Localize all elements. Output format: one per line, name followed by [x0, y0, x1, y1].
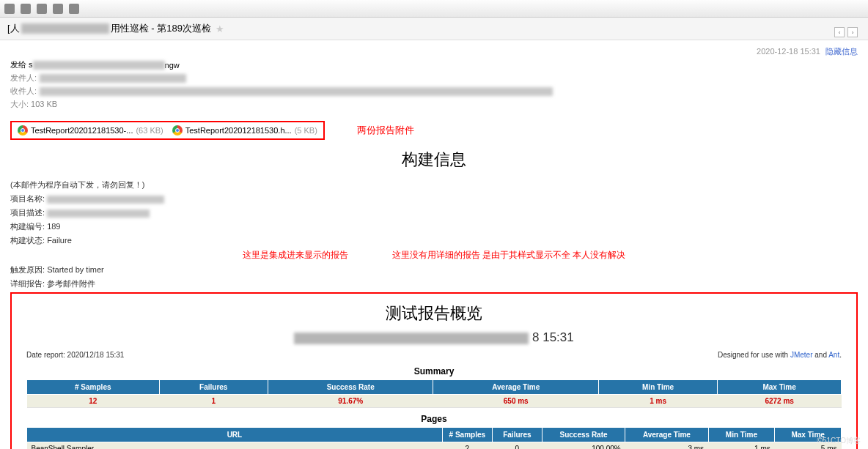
- tool-icon[interactable]: [53, 4, 63, 14]
- auto-note: (本邮件为程序自动下发，请勿回复！): [10, 179, 858, 190]
- size-label: 大小: 103 KB: [10, 99, 57, 110]
- chrome-icon: [172, 125, 183, 136]
- to-label: 发给 s: [10, 59, 33, 70]
- tool-icon[interactable]: [69, 4, 79, 14]
- build-info-title: 构建信息: [0, 143, 868, 177]
- summary-title: Summary: [26, 363, 842, 379]
- sender-label: 发件人:: [10, 73, 37, 84]
- email-subject: [人 用性巡检 - 第189次巡检 ★: [0, 18, 868, 40]
- col-header: Average Time: [433, 380, 599, 395]
- annotation-attach: 两份报告附件: [357, 124, 414, 137]
- col-header: Failures: [492, 428, 542, 442]
- designed-for: Designed for use with JMeter and Ant.: [718, 351, 842, 359]
- col-header: Failures: [159, 380, 268, 395]
- build-meta-2: 触发原因: Started by timer 详细报告: 参考邮件附件: [0, 264, 868, 289]
- redacted: [47, 196, 164, 204]
- jmeter-link[interactable]: JMeter: [790, 351, 813, 359]
- col-header: Min Time: [708, 428, 775, 442]
- subject-prefix: [人: [7, 22, 20, 35]
- redacted: [294, 333, 529, 344]
- redacted: [40, 87, 553, 96]
- col-header: URL: [27, 428, 443, 442]
- tool-icon[interactable]: [21, 4, 31, 14]
- report-overview-box: 测试报告概览 8 15:31 Date report: 2020/12/18 1…: [10, 292, 858, 449]
- pages-table: URL# SamplesFailuresSuccess RateAverage …: [26, 427, 842, 449]
- build-meta: (本邮件为程序自动下发，请勿回复！) 项目名称: 项目描述: 构建编号: 189…: [0, 179, 868, 246]
- summary-table: # SamplesFailuresSuccess RateAverage Tim…: [26, 379, 842, 408]
- next-arrow[interactable]: ›: [847, 27, 858, 37]
- col-header: # Samples: [442, 428, 492, 442]
- redacted: [47, 209, 150, 218]
- col-header: Average Time: [625, 428, 708, 442]
- col-header: # Samples: [27, 380, 160, 395]
- annotation-mid-left: 这里是集成进来显示的报告: [243, 249, 348, 261]
- annotation-mid-right: 这里没有用详细的报告 是由于其样式显示不全 本人没有解决: [392, 249, 626, 261]
- attachment[interactable]: TestReport202012181530-... (63 KB): [18, 125, 163, 136]
- report-subtitle: 8 15:31: [26, 330, 842, 351]
- recipient-label: 收件人:: [10, 86, 37, 97]
- watermark: ©51CTO博客: [817, 436, 861, 446]
- col-header: Success Rate: [268, 380, 433, 395]
- report-title: 测试报告概览: [26, 300, 842, 330]
- redacted: [33, 61, 165, 70]
- nav-arrows: ‹ ›: [834, 27, 858, 37]
- app-toolbar: [0, 0, 868, 18]
- chrome-icon: [18, 125, 28, 136]
- pages-title: Pages: [26, 411, 842, 427]
- ant-link[interactable]: Ant: [828, 351, 839, 359]
- redacted: [21, 23, 109, 34]
- header-timestamp: 2020-12-18 15:31 隐藏信息: [757, 46, 858, 57]
- annotation-row: 这里是集成进来显示的报告 这里没有用详细的报告 是由于其样式显示不全 本人没有解…: [0, 249, 868, 261]
- tool-icon[interactable]: [4, 4, 15, 14]
- star-icon[interactable]: ★: [216, 23, 224, 34]
- report-date: Date report: 2020/12/18 15:31: [26, 351, 124, 359]
- prev-arrow[interactable]: ‹: [834, 27, 845, 37]
- table-row: BeanShell Sampler20100.00%3 ms1 ms5 ms: [27, 442, 842, 450]
- hide-link[interactable]: 隐藏信息: [825, 47, 858, 56]
- col-header: Max Time: [718, 380, 842, 395]
- email-header: ‹ › 2020-12-18 15:31 隐藏信息 发给 s ngw 发件人: …: [0, 40, 868, 118]
- tool-icon[interactable]: [37, 4, 47, 14]
- col-header: Min Time: [598, 380, 717, 395]
- email-title: [10, 46, 858, 56]
- subject-suffix: 用性巡检 - 第189次巡检: [111, 22, 211, 35]
- col-header: Success Rate: [542, 428, 625, 442]
- redacted: [40, 74, 186, 83]
- attachments-box: TestReport202012181530-... (63 KB) TestR…: [10, 121, 325, 140]
- attachment[interactable]: TestReport202012181530.h... (5 KB): [172, 125, 317, 136]
